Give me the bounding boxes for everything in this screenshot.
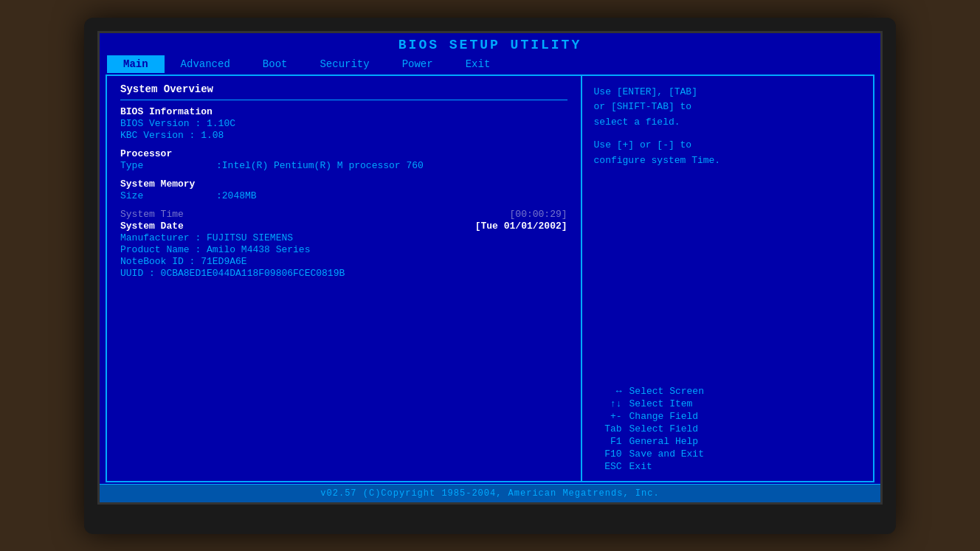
nav-bar: Main Advanced Boot Security Power Exit [100, 55, 880, 73]
footer-bar: v02.57 (C)Copyright 1985-2004, American … [100, 484, 880, 502]
memory-title: System Memory [120, 179, 567, 190]
key-desc-select-item: Select Item [629, 398, 693, 409]
bios-info-title: BIOS Information [120, 106, 567, 117]
system-date-val: [Tue 01/01/2002] [475, 221, 567, 232]
system-time-val: [00:00:29] [510, 209, 567, 220]
key-save-exit: F10 Save and Exit [594, 448, 861, 460]
key-esc-exit: ESC Exit [594, 461, 861, 472]
system-date-key: System Date [120, 221, 184, 232]
title-bar: BIOS SETUP UTILITY [100, 33, 880, 55]
key-desc-change-field: Change Field [629, 411, 699, 422]
key-sym-tab: Tab [594, 423, 622, 434]
key-desc-save-exit: Save and Exit [629, 448, 704, 460]
memory-size-val: :2048MB [216, 190, 257, 201]
key-sym-plusminus: +- [594, 411, 622, 422]
content-area: System Overview BIOS Information BIOS Ve… [106, 74, 874, 482]
uuid-row: UUID : 0CBA8ED1E044DA118F09806FCEC0819B [120, 268, 567, 279]
kbc-version-row: KBC Version : 1.08 [120, 130, 567, 141]
memory-size-key: Size [120, 190, 216, 201]
manufacturer-text: Manufacturer : FUJITSU SIEMENS [120, 232, 293, 243]
key-general-help: F1 General Help [594, 436, 861, 447]
key-desc-esc: Exit [629, 461, 652, 472]
key-desc-general-help: General Help [629, 436, 699, 447]
nav-advanced[interactable]: Advanced [165, 55, 246, 73]
nav-power[interactable]: Power [386, 55, 449, 73]
notebook-id-row: NoteBook ID : 71ED9A6E [120, 256, 567, 267]
right-panel: Use [ENTER], [TAB] or [SHIFT-TAB] to sel… [582, 76, 873, 481]
processor-type-val: :Intel(R) Pentium(R) M processor 760 [216, 160, 424, 171]
system-time-row: System Time [00:00:29] [120, 209, 567, 220]
system-date-row[interactable]: System Date [Tue 01/01/2002] [120, 221, 567, 232]
key-sym-f10: F10 [594, 448, 622, 460]
key-list: ↔ Select Screen ↑↓ Select Item +- Change… [594, 386, 861, 472]
help-line-1: Use [ENTER], [TAB] [594, 85, 861, 100]
key-select-item: ↑↓ Select Item [594, 398, 861, 409]
product-name-row: Product Name : Amilo M4438 Series [120, 244, 567, 255]
key-select-screen: ↔ Select Screen [594, 386, 861, 397]
help-line-6: configure system Time. [594, 153, 861, 169]
notebook-id-text: NoteBook ID : 71ED9A6E [120, 256, 247, 267]
left-panel: System Overview BIOS Information BIOS Ve… [107, 76, 582, 481]
uuid-text: UUID : 0CBA8ED1E044DA118F09806FCEC0819B [120, 268, 345, 279]
monitor: BIOS SETUP UTILITY Main Advanced Boot Se… [84, 18, 896, 534]
key-sym-f1: F1 [594, 436, 622, 447]
nav-exit[interactable]: Exit [449, 55, 507, 73]
key-select-field: Tab Select Field [594, 423, 861, 434]
key-desc-select-field: Select Field [629, 423, 699, 434]
divider-1 [120, 100, 567, 100]
help-line-2: or [SHIFT-TAB] to [594, 100, 861, 115]
nav-boot[interactable]: Boot [246, 55, 304, 73]
bios-version-row: BIOS Version : 1.10C [120, 118, 567, 129]
memory-size-row: Size :2048MB [120, 190, 567, 201]
section-overview-title: System Overview [120, 83, 567, 95]
bios-screen: BIOS SETUP UTILITY Main Advanced Boot Se… [97, 31, 883, 505]
key-sym-updown: ↑↓ [594, 398, 622, 409]
help-text: Use [ENTER], [TAB] or [SHIFT-TAB] to sel… [594, 85, 861, 169]
key-sym-esc: ESC [594, 461, 622, 472]
processor-type-key: Type [120, 160, 216, 171]
nav-main[interactable]: Main [107, 55, 165, 73]
product-name-text: Product Name : Amilo M4438 Series [120, 244, 310, 255]
nav-security[interactable]: Security [303, 55, 385, 73]
help-line-3: select a field. [594, 115, 861, 131]
help-spacer [594, 131, 861, 138]
key-sym-arrows: ↔ [594, 386, 622, 397]
help-line-5: Use [+] or [-] to [594, 138, 861, 153]
processor-type-row: Type :Intel(R) Pentium(R) M processor 76… [120, 160, 567, 171]
kbc-version-text: KBC Version : 1.08 [120, 130, 224, 141]
manufacturer-row: Manufacturer : FUJITSU SIEMENS [120, 232, 567, 243]
bios-version-text: BIOS Version : 1.10C [120, 118, 235, 129]
bios-title: BIOS SETUP UTILITY [398, 38, 582, 52]
footer-text: v02.57 (C)Copyright 1985-2004, American … [320, 488, 659, 499]
processor-title: Processor [120, 148, 567, 159]
system-time-key: System Time [120, 209, 184, 220]
key-desc-select-screen: Select Screen [629, 386, 704, 397]
key-change-field: +- Change Field [594, 411, 861, 422]
